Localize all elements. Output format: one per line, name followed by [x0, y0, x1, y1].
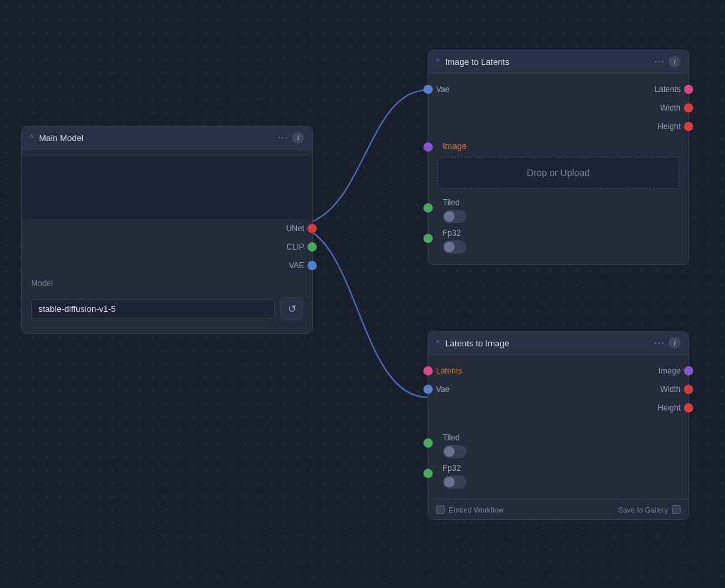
itl-fp32-left-dot[interactable]	[423, 234, 433, 243]
itl-latents-label: Latents	[655, 85, 681, 94]
vae-label: VAE	[289, 261, 304, 270]
itl-tiled-knob	[444, 211, 455, 222]
itl-fp32-toggle[interactable]	[443, 240, 467, 254]
lti-fp32-left-dot[interactable]	[423, 469, 433, 478]
clip-port-dot[interactable]	[307, 242, 317, 252]
vae-latents-row: Vae Latents	[428, 80, 689, 99]
lti-vae-left-dot[interactable]	[423, 385, 433, 394]
save-to-gallery-item: Save to Gallery	[618, 505, 681, 514]
embed-workflow-item: Embed Workflow	[436, 505, 504, 514]
main-model-body: UNet CLIP VAE Model stable-diffusion-v1-…	[22, 150, 312, 333]
model-select-row: stable-diffusion-v1-5 ↺	[22, 291, 312, 326]
itl-height-dot[interactable]	[684, 122, 693, 131]
lti-height-row: Height	[428, 399, 689, 417]
latents-to-image-node: ^ Latents to Image ··· i Latents Image V…	[427, 331, 689, 520]
image-to-latents-title: Image to Latents	[445, 57, 510, 67]
main-model-title: Main Model	[39, 133, 84, 143]
model-select[interactable]: stable-diffusion-v1-5	[31, 299, 275, 318]
itl-fp32-knob	[444, 242, 455, 252]
itl-fp32-label: Fp32	[437, 228, 679, 238]
header-actions: ··· i	[278, 132, 304, 144]
itl-header-actions: ··· i	[654, 56, 681, 68]
itl-width-row: Width	[428, 99, 689, 117]
lti-fp32-toggle[interactable]	[443, 475, 467, 489]
lti-info-button[interactable]: i	[669, 337, 681, 349]
itl-vae-left-dot[interactable]	[423, 85, 433, 94]
unet-label: UNet	[286, 224, 304, 233]
lti-fp32-section: Fp32	[428, 461, 689, 493]
lti-image-right-dot[interactable]	[684, 366, 693, 375]
lti-height-label: Height	[657, 403, 681, 413]
lti-image-label: Image	[659, 366, 681, 375]
dots-menu-button[interactable]: ···	[278, 132, 288, 143]
itl-dots-menu-button[interactable]: ···	[654, 56, 665, 67]
itl-vae-label: Vae	[436, 85, 449, 94]
upload-area[interactable]: Drop or Upload	[437, 157, 679, 189]
unet-port-row: UNet	[22, 219, 312, 238]
latents-to-image-header: ^ Latents to Image ··· i	[428, 332, 689, 355]
itl-height-row: Height	[428, 117, 689, 136]
itl-width-label: Width	[660, 103, 681, 113]
lti-fp32-label: Fp32	[437, 464, 679, 473]
lti-header-left: ^ Latents to Image	[436, 338, 509, 348]
lti-collapse-button[interactable]: ^	[436, 338, 440, 348]
upload-area-text: Drop or Upload	[527, 168, 590, 178]
main-model-node: ^ Main Model ··· i UNet CLIP VAE Model s…	[21, 126, 313, 334]
latents-to-image-footer: Embed Workflow Save to Gallery	[428, 499, 689, 519]
lti-latents-image-row: Latents Image	[428, 362, 689, 380]
itl-height-label: Height	[657, 122, 681, 131]
lti-width-label: Width	[660, 385, 681, 394]
itl-tiled-section: Tiled	[428, 195, 689, 226]
image-to-latents-body: Vae Latents Width Height Image Drop or U…	[428, 74, 689, 264]
itl-width-dot[interactable]	[684, 103, 693, 113]
lti-vae-width-row: Vae Width	[428, 380, 689, 399]
lti-tiled-left-dot[interactable]	[423, 438, 433, 448]
image-to-latents-node: ^ Image to Latents ··· i Vae Latents Wid…	[427, 50, 689, 265]
embed-workflow-label: Embed Workflow	[449, 506, 504, 514]
itl-tiled-toggle[interactable]	[443, 210, 467, 223]
lti-header-actions: ··· i	[654, 337, 681, 349]
clip-label: CLIP	[286, 242, 304, 252]
refresh-icon: ↺	[288, 303, 296, 315]
header-left: ^ Main Model	[30, 133, 84, 143]
vae-port-row: VAE	[22, 256, 312, 275]
latents-to-image-body: Latents Image Vae Width Height Tiled	[428, 355, 689, 499]
latents-to-image-title: Latents to Image	[445, 338, 510, 348]
itl-fp32-section: Fp32	[428, 226, 689, 258]
lti-tiled-knob	[444, 446, 455, 457]
clip-port-row: CLIP	[22, 238, 312, 256]
lti-latents-left-dot[interactable]	[423, 366, 433, 375]
save-to-gallery-label: Save to Gallery	[618, 506, 668, 514]
itl-tiled-left-dot[interactable]	[423, 203, 433, 213]
model-field-label: Model	[22, 279, 312, 288]
itl-image-left-dot[interactable]	[423, 142, 433, 152]
embed-workflow-checkbox[interactable]	[436, 505, 445, 514]
lti-tiled-section: Tiled	[428, 430, 689, 461]
lti-width-right-dot[interactable]	[684, 385, 693, 394]
lti-tiled-label: Tiled	[437, 433, 679, 442]
itl-latents-right-dot[interactable]	[684, 85, 693, 94]
refresh-button[interactable]: ↺	[280, 297, 303, 320]
info-button[interactable]: i	[292, 132, 304, 144]
image-to-latents-header: ^ Image to Latents ··· i	[428, 50, 689, 74]
save-to-gallery-checkbox[interactable]	[672, 505, 681, 514]
vae-port-dot[interactable]	[307, 261, 317, 270]
unet-port-dot[interactable]	[307, 224, 317, 233]
itl-collapse-button[interactable]: ^	[436, 57, 440, 66]
lti-fp32-knob	[444, 477, 455, 487]
main-model-header: ^ Main Model ··· i	[22, 126, 312, 150]
lti-height-right-dot[interactable]	[684, 403, 693, 413]
collapse-button[interactable]: ^	[30, 133, 34, 142]
itl-header-left: ^ Image to Latents	[436, 57, 509, 67]
lti-dots-menu-button[interactable]: ···	[654, 338, 665, 348]
lti-tiled-toggle[interactable]	[443, 445, 467, 458]
itl-info-button[interactable]: i	[669, 56, 681, 68]
model-preview-area	[22, 156, 312, 219]
itl-image-section-label: Image	[437, 141, 467, 151]
itl-tiled-label: Tiled	[437, 198, 679, 207]
lti-latents-label: Latents	[436, 366, 462, 375]
lti-vae-label: Vae	[436, 385, 449, 394]
